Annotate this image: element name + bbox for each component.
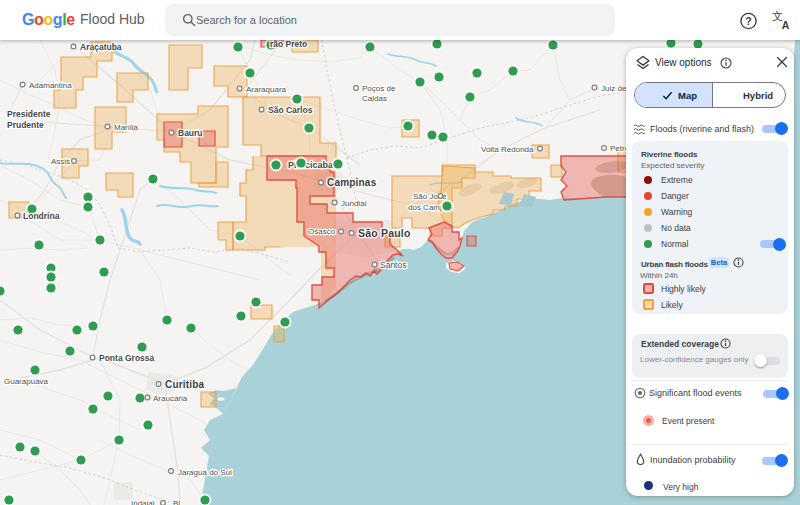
svg-text:A: A	[782, 19, 790, 31]
svg-text:Jundiaí: Jundiaí	[341, 199, 368, 208]
svg-text:Volta Redonda: Volta Redonda	[481, 145, 534, 154]
svg-text:Curitiba: Curitiba	[165, 379, 205, 390]
svg-text:?: ?	[745, 15, 751, 27]
svg-text:São Carlos: São Carlos	[268, 105, 313, 115]
svg-text:Assis: Assis	[51, 157, 70, 166]
svg-text:Campinas: Campinas	[327, 177, 377, 188]
svg-text:Caldas: Caldas	[362, 94, 387, 103]
svg-text:São Paulo: São Paulo	[358, 227, 411, 239]
svg-text:Araraquara: Araraquara	[246, 85, 287, 94]
svg-text:Poços de: Poços de	[362, 84, 396, 93]
svg-text:Marília: Marília	[114, 123, 139, 132]
svg-text:Indaial: Indaial	[131, 499, 155, 505]
svg-text:Osasco: Osasco	[308, 227, 336, 236]
svg-text:Ponta Grossa: Ponta Grossa	[99, 353, 155, 363]
svg-text:Presidente: Presidente	[7, 109, 51, 119]
svg-text:Prudente: Prudente	[7, 120, 44, 130]
svg-text:Araucária: Araucária	[153, 394, 188, 403]
svg-text:Londrina: Londrina	[23, 211, 60, 221]
svg-text:Guarapuava: Guarapuava	[4, 377, 49, 386]
svg-text:Bl: Bl	[173, 499, 180, 505]
svg-text:Jaraguá do Sul: Jaraguá do Sul	[178, 468, 232, 477]
svg-text:Bauru: Bauru	[178, 128, 203, 138]
svg-text:Santos: Santos	[380, 260, 406, 270]
svg-text:Adamantina: Adamantina	[29, 81, 72, 90]
